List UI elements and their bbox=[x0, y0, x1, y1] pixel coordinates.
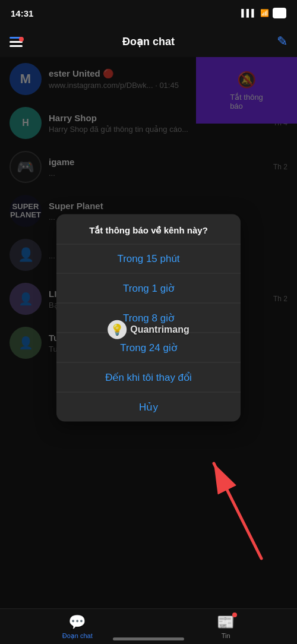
chat-nav-icon: 💬 bbox=[68, 614, 86, 630]
menu-wrapper bbox=[10, 37, 23, 47]
nav-item-chat[interactable]: 💬 Đoạn chat bbox=[62, 614, 93, 640]
status-bar: 14:31 ▌▌▌ 📶 96 bbox=[0, 0, 297, 26]
watermark-text: Quantrimang bbox=[130, 324, 189, 335]
alert-dialog: Tắt thông báo về kênh này? Trong 15 phút… bbox=[56, 214, 241, 422]
svg-line-1 bbox=[214, 463, 261, 558]
status-time: 14:31 bbox=[11, 8, 33, 18]
news-badge bbox=[232, 613, 237, 617]
wifi-icon: 📶 bbox=[260, 9, 269, 17]
header: Đoạn chat ✎ bbox=[0, 26, 297, 57]
nav-label-news: Tin bbox=[222, 632, 230, 639]
status-icons: ▌▌▌ 📶 96 bbox=[241, 8, 286, 18]
watermark: 💡 Quantrimang bbox=[108, 320, 189, 339]
nav-item-news[interactable]: 📰 Tin bbox=[217, 614, 235, 639]
annotation-arrow bbox=[190, 446, 273, 567]
header-title: Đoạn chat bbox=[122, 35, 175, 48]
alert-cancel-button[interactable]: Hủy bbox=[56, 393, 241, 422]
alert-title: Tắt thông báo về kênh này? bbox=[56, 214, 241, 245]
notification-badge bbox=[19, 37, 24, 42]
signal-icon: ▌▌▌ bbox=[241, 9, 257, 17]
alert-option-15min[interactable]: Trong 15 phút bbox=[56, 245, 241, 274]
nav-label-chat: Đoạn chat bbox=[62, 632, 93, 640]
alert-option-1hr[interactable]: Trong 1 giờ bbox=[56, 274, 241, 304]
compose-button[interactable]: ✎ bbox=[277, 34, 287, 49]
alert-option-until-changed[interactable]: Đến khi tôi thay đổi bbox=[56, 363, 241, 393]
watermark-icon: 💡 bbox=[108, 320, 127, 339]
home-indicator bbox=[113, 637, 184, 640]
battery-indicator: 96 bbox=[273, 8, 286, 18]
